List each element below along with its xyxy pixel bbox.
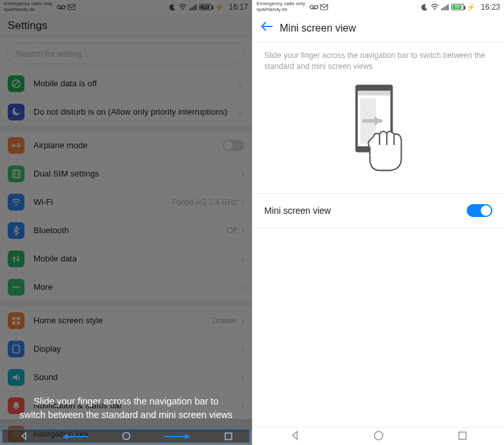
svg-rect-6	[191, 7, 193, 10]
svg-rect-20	[17, 321, 20, 325]
nav-back-icon[interactable]	[289, 430, 300, 442]
nav-bar	[253, 427, 504, 445]
svg-rect-34	[441, 8, 443, 10]
row-dnd[interactable]: Do not disturb is on (Allow only priorit…	[0, 98, 252, 126]
wifi-icon	[431, 4, 439, 10]
row-more[interactable]: More ›	[0, 273, 252, 301]
carrier-text-2: sparhandy.de	[257, 7, 305, 13]
chevron-right-icon: ›	[241, 168, 244, 180]
chevron-right-icon: ›	[241, 315, 244, 327]
section-gap	[0, 301, 252, 307]
battery-icon: 81	[451, 4, 464, 10]
svg-point-30	[314, 5, 317, 8]
search-placeholder: Search for setting...	[16, 49, 89, 59]
display-icon	[8, 341, 24, 357]
bluetooth-value: Off	[227, 226, 237, 235]
moon-icon	[421, 4, 428, 11]
header-bar: Mini screen view	[253, 14, 504, 43]
right-phone-mini-screen: Emergency calls only sparhandy.de 81 ⚡ 1…	[252, 0, 504, 445]
nav-recent-icon[interactable]	[224, 432, 233, 440]
svg-rect-7	[193, 6, 195, 10]
search-input[interactable]: Search for setting...	[6, 43, 246, 64]
mobile-data-off-icon	[8, 75, 24, 92]
svg-point-26	[122, 433, 130, 440]
bluetooth-icon	[8, 222, 24, 239]
wifi-icon	[8, 194, 24, 211]
svg-rect-37	[447, 5, 449, 10]
chevron-down-icon: ⌄	[236, 77, 244, 90]
wifi-value: Fonpit AG 2.4 GHz	[172, 198, 237, 207]
svg-point-16	[18, 286, 20, 288]
svg-rect-11	[13, 170, 18, 178]
home-style-icon	[8, 312, 24, 329]
row-mobile-data-off[interactable]: Mobile data is off ⌄	[0, 70, 252, 98]
more-icon	[8, 279, 24, 296]
svg-point-15	[15, 286, 17, 288]
svg-rect-35	[443, 7, 445, 10]
voicemail-icon	[57, 4, 66, 10]
chevron-down-icon: ⌄	[236, 106, 244, 118]
dnd-icon	[8, 104, 24, 120]
arrow-right-icon	[164, 431, 190, 441]
status-bar: Emergency calls only sparhandy.de 81 ⚡ 1…	[253, 0, 504, 14]
clock: 16:17	[229, 3, 248, 12]
svg-point-0	[57, 5, 60, 8]
left-phone-settings: Emergency calls only sparhandy.de 81 ⚡ 1…	[0, 0, 252, 445]
clock: 16:23	[481, 3, 500, 12]
svg-rect-3	[68, 5, 75, 10]
battery-icon: 81	[199, 4, 212, 10]
svg-rect-19	[12, 321, 15, 325]
airplane-toggle[interactable]	[222, 140, 244, 151]
page-title: Settings	[0, 14, 252, 37]
status-bar: Emergency calls only sparhandy.de 81 ⚡ 1…	[0, 0, 252, 14]
svg-point-13	[15, 204, 17, 205]
nav-recent-icon[interactable]	[458, 431, 467, 442]
chevron-right-icon: ›	[241, 225, 244, 236]
nav-home-icon[interactable]	[122, 431, 131, 440]
arrow-left-icon	[63, 431, 88, 441]
chevron-right-icon: ›	[241, 196, 244, 208]
mini-screen-toggle-row[interactable]: Mini screen view	[253, 194, 504, 228]
hint-toast: Slide your finger across the navigation …	[0, 395, 252, 422]
back-button[interactable]	[259, 19, 273, 37]
svg-rect-21	[13, 345, 19, 353]
svg-point-42	[374, 431, 383, 440]
row-bluetooth[interactable]: Bluetooth Off ›	[0, 216, 252, 245]
moon-icon	[169, 4, 176, 11]
sound-icon	[8, 369, 24, 386]
airplane-icon	[8, 137, 24, 154]
voicemail-icon	[309, 4, 318, 10]
mail-icon	[320, 4, 328, 10]
svg-point-4	[182, 8, 184, 10]
svg-rect-5	[189, 8, 191, 10]
svg-point-33	[434, 8, 436, 10]
row-wifi[interactable]: Wi-Fi Fonpit AG 2.4 GHz ›	[0, 188, 252, 216]
row-display[interactable]: Display ›	[0, 335, 252, 363]
wifi-icon	[179, 4, 187, 10]
signal-icon	[441, 4, 449, 10]
carrier-text-2: sparhandy.de	[4, 7, 53, 13]
row-airplane[interactable]: Airplane mode	[0, 131, 252, 160]
nav-back-icon[interactable]	[19, 431, 28, 440]
chevron-right-icon: ›	[241, 253, 244, 265]
row-sound[interactable]: Sound ›	[0, 363, 252, 392]
gesture-illustration	[253, 76, 504, 194]
row-mobile-data[interactable]: Mobile data ›	[0, 245, 252, 273]
mini-screen-switch[interactable]	[467, 204, 492, 217]
row-home-style[interactable]: Home screen style Drawer ›	[0, 307, 252, 335]
toggle-label: Mini screen view	[264, 205, 467, 216]
description-text: Slide your finger across the navigation …	[253, 43, 504, 76]
svg-rect-43	[459, 432, 466, 439]
section-gap	[0, 126, 252, 131]
row-dual-sim[interactable]: Dual SIM settings ›	[0, 160, 252, 188]
svg-rect-8	[195, 5, 197, 10]
chevron-right-icon: ›	[241, 372, 244, 383]
svg-rect-18	[17, 317, 20, 320]
mobile-data-icon	[8, 251, 24, 267]
svg-line-10	[13, 80, 19, 87]
nav-bar-highlighted[interactable]	[2, 429, 250, 443]
signal-icon	[189, 4, 197, 10]
chevron-right-icon: ›	[241, 281, 244, 293]
chevron-right-icon: ›	[241, 343, 244, 355]
nav-home-icon[interactable]	[373, 430, 384, 443]
